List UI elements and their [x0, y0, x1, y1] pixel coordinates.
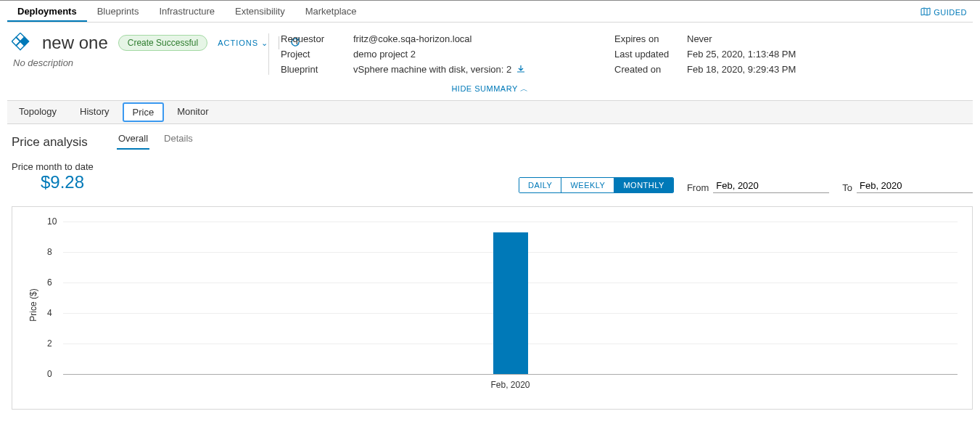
gran-daily[interactable]: DAILY: [519, 178, 561, 192]
y-tick-label: 10: [47, 216, 57, 227]
download-icon[interactable]: [517, 65, 524, 75]
summary-left-col: Requestor fritz@coke.sqa-horizon.local P…: [281, 33, 614, 75]
to-label: To: [842, 182, 852, 193]
divider: [279, 36, 279, 49]
y-axis-title: Price ($): [28, 288, 38, 321]
x-tick-label: Feb, 2020: [490, 380, 530, 390]
summary-row-requestor: Requestor fritz@coke.sqa-horizon.local: [281, 33, 614, 44]
summary-row-expires: Expires on Never: [614, 33, 796, 44]
bar[interactable]: [493, 232, 528, 374]
actions-dropdown[interactable]: ACTIONS ⌄: [218, 38, 268, 48]
nav-tab-extensibility[interactable]: Extensibility: [225, 1, 295, 22]
nav-tab-marketplace[interactable]: Marketplace: [295, 1, 367, 22]
subtab-overall[interactable]: Overall: [117, 131, 149, 150]
hide-summary-label: HIDE SUMMARY: [451, 84, 517, 93]
summary-label: Blueprint: [281, 64, 353, 75]
tab-monitor[interactable]: Monitor: [165, 101, 220, 123]
summary-panel: Requestor fritz@coke.sqa-horizon.local P…: [268, 33, 973, 75]
summary-label: Expires on: [614, 33, 687, 44]
gridline: [63, 374, 958, 375]
summary-row-blueprint: Blueprint vSphere machine with disk, ver…: [281, 64, 614, 75]
tab-topology[interactable]: Topology: [7, 101, 68, 123]
chevron-down-icon: ⌄: [261, 38, 268, 48]
guided-button[interactable]: GUIDED: [915, 3, 973, 22]
actions-label: ACTIONS: [218, 38, 258, 47]
chevron-up-icon: ︿: [520, 84, 529, 93]
primary-tabs: Deployments Blueprints Infrastructure Ex…: [7, 1, 367, 22]
gridline: [63, 221, 958, 222]
summary-row-project: Project demo project 2: [281, 49, 614, 60]
deployment-title: new one: [42, 33, 108, 53]
nav-tab-infrastructure[interactable]: Infrastructure: [149, 1, 225, 22]
price-analysis-subtabs: Overall Details: [117, 131, 194, 150]
plot-area: 0246810Feb, 2020: [63, 221, 958, 374]
nav-tab-blueprints[interactable]: Blueprints: [87, 1, 149, 22]
tab-history[interactable]: History: [68, 101, 120, 123]
summary-row-created: Created on Feb 18, 2020, 9:29:43 PM: [614, 64, 796, 75]
svg-rect-1: [12, 37, 20, 45]
map-icon: [921, 7, 931, 17]
price-mtd-label: Price month to date: [12, 161, 94, 172]
svg-rect-3: [20, 37, 28, 45]
subtab-details[interactable]: Details: [162, 131, 194, 150]
summary-row-updated: Last updated Feb 25, 2020, 1:13:48 PM: [614, 49, 796, 60]
price-mtd: Price month to date $9.28: [12, 161, 94, 193]
from-date-group: From: [687, 180, 829, 193]
summary-label: Created on: [614, 64, 687, 75]
y-tick-label: 6: [47, 277, 52, 288]
summary-right-col: Expires on Never Last updated Feb 25, 20…: [614, 33, 796, 75]
summary-value: Never: [687, 33, 712, 44]
project-link[interactable]: demo project 2: [353, 49, 416, 60]
price-controls: Price month to date $9.28 DAILY WEEKLY M…: [7, 150, 973, 196]
summary-value: Feb 25, 2020, 1:13:48 PM: [687, 49, 796, 60]
summary-value: fritz@coke.sqa-horizon.local: [353, 33, 472, 44]
guided-label: GUIDED: [934, 8, 967, 17]
y-tick-label: 0: [47, 369, 52, 379]
tab-price[interactable]: Price: [123, 102, 165, 122]
price-right-controls: DAILY WEEKLY MONTHLY From To: [519, 177, 973, 193]
price-analysis-title: Price analysis: [12, 135, 88, 150]
summary-label: Requestor: [281, 33, 353, 44]
y-tick-label: 8: [47, 247, 52, 257]
blueprint-link[interactable]: vSphere machine with disk, version: 2: [353, 64, 524, 75]
blueprint-link-text: vSphere machine with disk, version: 2: [353, 64, 511, 75]
y-tick-label: 4: [47, 308, 52, 318]
to-date-group: To: [842, 180, 973, 193]
granularity-segmented: DAILY WEEKLY MONTHLY: [519, 177, 674, 193]
summary-label: Project: [281, 49, 353, 60]
price-analysis-header: Price analysis Overall Details: [7, 124, 973, 150]
nav-tab-deployments[interactable]: Deployments: [7, 1, 87, 22]
from-date-input[interactable]: [713, 180, 829, 193]
gran-weekly[interactable]: WEEKLY: [561, 178, 614, 192]
from-label: From: [687, 182, 709, 193]
to-date-input[interactable]: [857, 180, 973, 193]
summary-label: Last updated: [614, 49, 687, 60]
deployment-icon: [12, 33, 32, 53]
gran-monthly[interactable]: MONTHLY: [614, 178, 672, 192]
primary-nav: Deployments Blueprints Infrastructure Ex…: [7, 1, 973, 23]
summary-value: Feb 18, 2020, 9:29:43 PM: [687, 64, 796, 75]
price-mtd-value: $9.28: [12, 172, 94, 193]
y-tick-label: 2: [47, 338, 52, 349]
price-chart: Price ($) 0246810Feb, 2020: [12, 206, 973, 410]
hide-summary-toggle[interactable]: HIDE SUMMARY ︿: [7, 75, 973, 100]
status-badge: Create Successful: [118, 35, 207, 51]
detail-tabs: Topology History Price Monitor: [7, 100, 973, 124]
